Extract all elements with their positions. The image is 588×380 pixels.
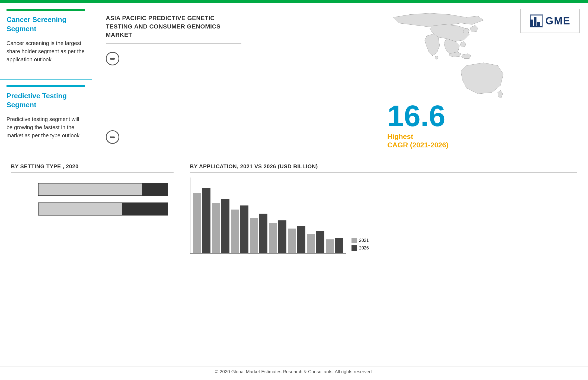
cagr-label-highest: Highest [387,132,588,141]
bar-5-2021 [269,223,277,253]
bar-group-3 [231,205,248,253]
bar-6-2021 [288,229,296,253]
chart-legend: 2021 2026 [351,238,369,254]
predictive-testing-box: Predictive Testing Segment Predictive te… [0,80,92,155]
left-panel: Cancer Screening Segment Cancer screenin… [0,3,92,155]
cancer-screening-title: Cancer Screening Segment [7,15,85,34]
bar-7-2026 [316,231,324,253]
bar-group-6 [288,226,305,253]
h-bar-wrapper-1 [38,183,168,196]
application-chart: BY APPLICATION, 2021 VS 2026 (USD BILLIO… [190,163,577,372]
legend-label-2026: 2026 [359,246,369,251]
legend-item-2026: 2026 [351,245,369,251]
h-bar-row-1 [38,183,174,196]
arrow-button-2[interactable]: ➥ [106,130,119,144]
logo-box: GME [520,9,580,33]
right-panel: GME [382,3,588,155]
bar-3-2021 [231,210,239,253]
h-bar-row-2 [38,202,174,216]
predictive-accent-bar [7,85,85,87]
bar-6-2026 [297,226,305,253]
bar-8-2021 [326,239,334,253]
legend-swatch-2026 [351,245,357,251]
logo-icon [530,14,543,28]
application-title: BY APPLICATION, 2021 VS 2026 (USD BILLIO… [190,163,577,173]
cancer-accent-bar [7,9,85,11]
cancer-screening-desc: Cancer screening is the largest share ho… [7,39,85,64]
cagr-label-period: CAGR (2021-2026) [387,141,588,149]
cagr-display: 16.6 Highest CAGR (2021-2026) [387,101,588,149]
main-container: Cancer Screening Segment Cancer screenin… [0,3,588,380]
bar-7-2021 [307,234,315,253]
legend-item-2021: 2021 [351,238,369,243]
footer: © 2020 Global Market Estimates Research … [0,366,588,377]
top-accent-bar [0,0,588,3]
bar-group-5 [269,220,286,253]
bar-group-8 [326,238,343,253]
setting-type-chart: BY SETTING TYPE , 2020 [11,163,174,372]
h-bar-wrapper-2 [38,202,168,216]
h-bar-dark-1 [142,183,168,195]
bar-2-2026 [221,199,229,253]
logo-text: GME [545,15,571,27]
arrow-button-1[interactable]: ➥ [106,52,119,65]
bar-group-4 [250,214,267,253]
bar-1-2021 [193,193,201,253]
legend-swatch-2021 [351,238,357,243]
bar-4-2026 [259,214,267,253]
setting-type-title: BY SETTING TYPE , 2020 [11,163,174,173]
bottom-section: BY SETTING TYPE , 2020 [0,155,588,380]
top-section: Cancer Screening Segment Cancer screenin… [0,3,588,155]
bar-3-2026 [240,205,248,253]
bar-2-2021 [212,203,220,253]
bar-4-2021 [250,218,258,253]
cagr-number: 16.6 [387,101,588,131]
market-title: ASIA PACIFIC PREDICTIVE GENETIC TESTING … [106,14,241,44]
cancer-screening-box: Cancer Screening Segment Cancer screenin… [0,3,92,80]
bar-group-1 [193,188,210,253]
h-bar-light-2 [39,203,122,215]
bar-group-7 [307,231,324,253]
center-panel: ASIA PACIFIC PREDICTIVE GENETIC TESTING … [92,3,382,155]
h-bar-dark-2 [122,203,168,215]
footer-text: © 2020 Global Market Estimates Research … [215,369,373,374]
legend-label-2021: 2021 [359,238,369,243]
predictive-testing-title: Predictive Testing Segment [7,91,85,110]
bar-5-2026 [278,220,286,253]
bar-group-2 [212,199,229,253]
svg-rect-1 [534,17,536,27]
predictive-testing-desc: Predictive testing segment will be growi… [7,115,85,140]
horizontal-bars [11,178,174,216]
h-bar-light-1 [39,183,142,195]
bar-8-2026 [335,238,343,253]
vertical-bars [190,178,346,254]
bar-1-2026 [202,188,210,253]
